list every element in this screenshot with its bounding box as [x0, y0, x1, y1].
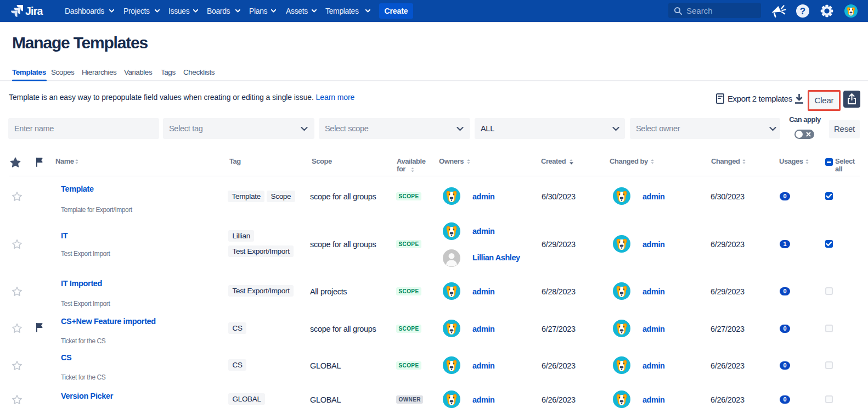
svg-text:?: ?	[800, 6, 805, 16]
